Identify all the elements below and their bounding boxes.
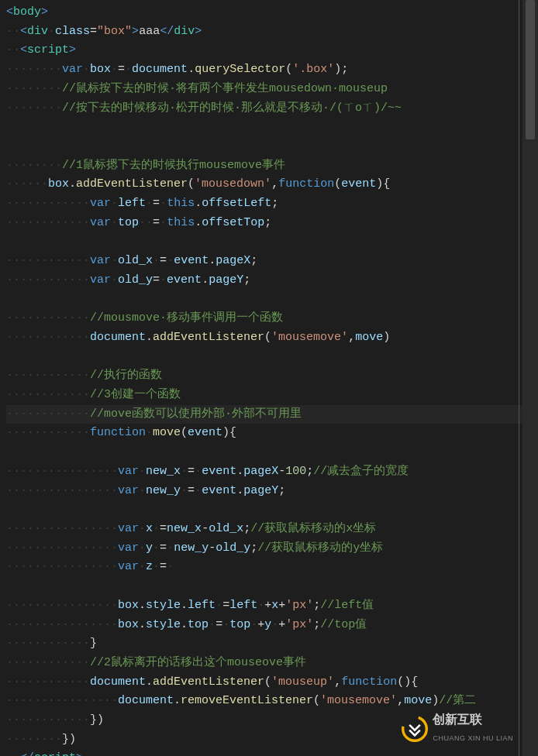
token-punct: (){ (397, 675, 418, 689)
code-line[interactable]: ················var·new_x·=·event.pageX-… (6, 462, 538, 482)
token-ws: ············ (6, 426, 90, 439)
code-line[interactable]: ············document.addEventListener('m… (6, 673, 538, 692)
code-line[interactable]: ············document.addEventListener('m… (6, 328, 538, 348)
token-keyword: function (90, 426, 146, 439)
code-line[interactable]: ········var·box·=·document.querySelector… (6, 60, 538, 80)
token-string: "box" (97, 25, 132, 38)
token-var: x (146, 522, 153, 535)
code-line[interactable]: ············function·move(event){ (6, 424, 538, 443)
token-tag: < (20, 43, 27, 57)
token-tagname: body (13, 5, 41, 19)
code-line[interactable] (6, 500, 538, 520)
token-punct: . (139, 618, 146, 631)
ruler-line (519, 0, 519, 756)
code-line[interactable]: ··<div·class="box">aaa</div> (6, 22, 538, 42)
token-tag: < (6, 5, 13, 19)
token-punct: ( (334, 177, 341, 191)
code-line[interactable]: ········//鼠标按下去的时候·将有两个事件发生mousedown·mou… (6, 80, 538, 99)
token-ws: · (209, 618, 216, 631)
token-ws: · (153, 522, 160, 535)
watermark-cn: 创新互联 (433, 710, 513, 730)
token-ws: ················ (6, 618, 118, 631)
code-line[interactable]: ················var·z·=· (6, 558, 538, 577)
token-punct: . (146, 331, 153, 344)
token-prop: offsetTop (202, 216, 264, 229)
code-line[interactable]: ········//1鼠标摁下去的时候执行mousemove事件 (6, 156, 538, 176)
code-line[interactable]: ················var·new_y·=·event.pageY; (6, 482, 538, 501)
code-line[interactable]: ············var·old_y=·event.pageY; (6, 271, 538, 290)
code-line[interactable] (6, 348, 538, 367)
code-line[interactable] (6, 118, 538, 137)
code-line[interactable]: ········//按下去的时候移动·松开的时候·那么就是不移动·/(ㄒoㄒ)/… (6, 99, 538, 119)
token-tag: > (41, 5, 48, 19)
token-var: x (271, 599, 278, 612)
token-ws: · (125, 63, 132, 76)
code-line[interactable]: ············var·left·=·this.offsetLeft; (6, 194, 538, 214)
token-var: box (118, 618, 139, 631)
code-line[interactable] (6, 443, 538, 462)
code-line[interactable]: ············var·top··=·this.offsetTop; (6, 214, 538, 233)
code-editor[interactable]: <body>··<div·class="box">aaa</div>··<scr… (0, 0, 538, 756)
token-tag: > (132, 25, 139, 38)
code-line[interactable]: ················var·y·=·new_y-old_y;//获取… (6, 539, 538, 558)
code-line[interactable]: ············//执行的函数 (6, 366, 538, 386)
token-string: 'mousedown' (195, 177, 271, 191)
token-ws: · (139, 541, 146, 555)
code-line[interactable] (6, 577, 538, 596)
code-line[interactable]: ············//2鼠标离开的话移出这个mouseove事件 (6, 654, 538, 673)
token-keyword: var (118, 484, 139, 497)
token-punct: . (181, 599, 188, 612)
code-line[interactable]: ················box.style.left·=left·+x+… (6, 596, 538, 616)
token-op: = (153, 216, 160, 229)
code-line[interactable]: ··</script> (6, 749, 538, 756)
token-punct: ( (313, 694, 320, 707)
token-tagname: div (27, 25, 48, 38)
token-punct: . (236, 484, 243, 497)
token-ws: ················ (6, 560, 118, 573)
token-comment: //鼠标按下去的时候·将有两个事件发生mousedown·mouseup (62, 82, 388, 95)
code-line[interactable]: <body> (6, 3, 538, 22)
token-keyword: var (62, 63, 83, 76)
token-ws: · (167, 560, 174, 573)
token-ws: · (250, 618, 257, 631)
code-line[interactable] (6, 290, 538, 310)
token-op: + (278, 618, 285, 631)
token-ws: · (139, 522, 146, 535)
watermark-en: CHUANG XIN HU LIAN (433, 729, 513, 748)
token-var: event (341, 177, 376, 191)
token-keyword: var (90, 254, 111, 267)
token-comment: //第二 (439, 694, 476, 707)
token-comment: //1鼠标摁下去的时候执行mousemove事件 (62, 159, 285, 172)
token-ws: · (111, 63, 118, 76)
token-var: box (118, 599, 139, 612)
token-tag: > (69, 43, 76, 57)
code-line[interactable]: ············} (6, 634, 538, 654)
token-ws: · (195, 484, 202, 497)
token-var: y (146, 541, 153, 555)
code-line[interactable]: ················box.style.top·=·top·+y·+… (6, 616, 538, 635)
token-string: 'mouseup' (271, 675, 334, 689)
code-line[interactable]: ············var·old_x·=·event.pageX; (6, 252, 538, 271)
token-var: old_x (209, 522, 243, 535)
token-comment: //top值 (320, 618, 367, 631)
token-ws: ········ (6, 733, 62, 746)
token-ws: ······ (6, 177, 48, 191)
code-line[interactable]: ················var·x·=new_x-old_x;//获取鼠… (6, 520, 538, 539)
token-num: 100 (285, 465, 306, 478)
token-tagname: div (174, 25, 195, 38)
token-var: top (229, 618, 250, 631)
token-prop: pageX (243, 465, 278, 478)
code-line[interactable] (6, 232, 538, 252)
code-line[interactable] (6, 137, 538, 156)
code-line[interactable]: ··<script> (6, 41, 538, 60)
token-punct: ){ (222, 426, 236, 439)
code-line[interactable]: ······box.addEventListener('mousedown',f… (6, 175, 538, 194)
code-line[interactable]: ············//3创建一个函数 (6, 386, 538, 405)
vertical-scrollbar[interactable] (522, 0, 538, 756)
scrollbar-thumb[interactable] (526, 0, 535, 139)
token-ws: ·· (6, 43, 20, 57)
code-line[interactable]: ················document.removeEventList… (6, 692, 538, 711)
code-line[interactable]: ············//mousmove·移动事件调用一个函数 (6, 309, 538, 328)
code-line[interactable]: ············//move函数可以使用外部·外部不可用里 (6, 405, 538, 424)
token-punct: ; (313, 618, 320, 631)
